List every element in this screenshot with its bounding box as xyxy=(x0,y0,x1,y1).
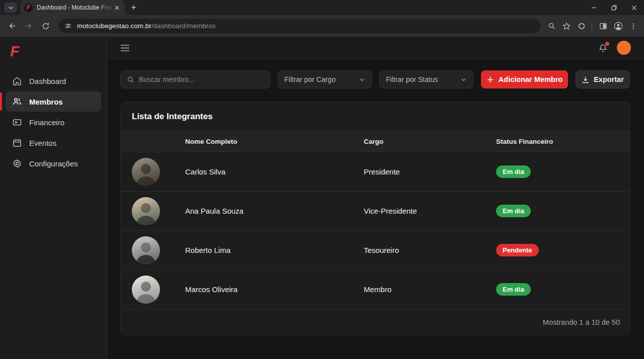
sidebar-item-label: Dashboard xyxy=(29,77,66,85)
browser-toolbar: motoclubegestao.com.br/dashboard/membros xyxy=(0,15,644,37)
export-label: Exportar xyxy=(594,75,624,83)
member-role: Membro xyxy=(364,285,496,294)
search-input[interactable] xyxy=(139,75,264,83)
app-logo: F xyxy=(0,37,107,60)
export-button[interactable]: Exportar xyxy=(576,70,630,88)
profile-icon xyxy=(614,22,623,31)
add-member-label: Adicionar Membro xyxy=(499,75,562,83)
member-avatar xyxy=(132,158,160,186)
member-name: Marcos Oliveira xyxy=(185,285,364,294)
filters-toolbar: Filtrar por Cargo Filtrar por Status Adi… xyxy=(120,70,630,88)
new-tab-button[interactable]: + xyxy=(131,2,136,13)
pagination-info: Mostrando 1 a 10 de 50 xyxy=(121,309,630,335)
app-header xyxy=(107,37,644,59)
browser-profile-button[interactable] xyxy=(611,19,625,33)
tab-title: Dashboard - Motoclube Freedom xyxy=(37,4,113,11)
window-minimize-button[interactable] xyxy=(584,0,604,15)
tab-close-icon[interactable]: ✕ xyxy=(113,4,121,12)
download-icon xyxy=(582,76,589,83)
site-settings-icon[interactable] xyxy=(64,22,72,30)
notifications-button[interactable] xyxy=(598,43,608,53)
status-badge: Em dia xyxy=(496,165,531,178)
sidebar-item-dashboard[interactable]: Dashboard xyxy=(0,71,107,91)
filter-status-label: Filtrar por Status xyxy=(386,75,438,83)
search-icon xyxy=(548,22,555,30)
forward-icon xyxy=(25,22,33,30)
member-avatar xyxy=(132,197,160,225)
three-dots-icon xyxy=(630,23,637,30)
tab-search-button[interactable] xyxy=(4,3,17,13)
table-row[interactable]: Carlos Silva Presidente Em dia xyxy=(121,152,630,191)
url-bar[interactable]: motoclubegestao.com.br/dashboard/membros xyxy=(58,19,540,33)
restore-icon xyxy=(611,5,617,11)
member-name: Carlos Silva xyxy=(185,167,364,176)
sidebar-item-eventos[interactable]: Eventos xyxy=(0,133,107,153)
status-badge: Em dia xyxy=(496,283,531,296)
sidebar: F Dashboard Membros xyxy=(0,37,107,359)
gear-icon xyxy=(12,158,22,168)
refresh-button[interactable] xyxy=(38,19,53,34)
extensions-puzzle-icon xyxy=(578,22,586,30)
column-header-status: Status Financeiro xyxy=(496,138,630,145)
sidebar-item-label: Membros xyxy=(29,98,63,106)
toolbar-right-icons xyxy=(543,19,640,33)
filter-cargo-label: Filtrar por Cargo xyxy=(284,75,336,83)
member-role: Vice-Presidente xyxy=(364,207,496,215)
sidebar-item-financeiro[interactable]: Financeiro xyxy=(0,112,107,132)
chevron-down-icon xyxy=(8,5,14,11)
member-role: Tesoureiro xyxy=(364,246,496,254)
member-search[interactable] xyxy=(120,70,270,88)
hamburger-menu-button[interactable] xyxy=(120,44,130,52)
extensions-button[interactable] xyxy=(575,19,589,33)
back-icon xyxy=(8,22,16,30)
hamburger-icon xyxy=(120,44,130,52)
search-tabs-button[interactable] xyxy=(544,19,558,33)
member-name: Roberto Lima xyxy=(185,246,364,254)
add-member-button[interactable]: Adicionar Membro xyxy=(481,70,568,88)
status-badge: Pendente xyxy=(496,244,539,256)
filter-status-select[interactable]: Filtrar por Status xyxy=(379,70,473,88)
column-header-name: Nome Completo xyxy=(185,138,364,145)
users-icon xyxy=(12,97,22,107)
plus-icon xyxy=(487,76,494,83)
toolbar-divider xyxy=(592,22,592,31)
calendar-icon xyxy=(12,138,22,148)
refresh-icon xyxy=(42,22,50,30)
table-row[interactable]: Ana Paula Souza Vice-Presidente Em dia xyxy=(121,191,630,230)
members-card: Lista de Integrantes Nome Completo Cargo… xyxy=(120,102,630,335)
side-panel-button[interactable] xyxy=(596,19,610,33)
forward-button[interactable] xyxy=(21,19,36,34)
sidebar-item-configuracoes[interactable]: Configurações xyxy=(0,153,107,173)
active-indicator xyxy=(0,93,2,111)
star-icon xyxy=(562,22,571,30)
table-row[interactable]: Marcos Oliveira Membro Em dia xyxy=(121,270,630,309)
browser-tab-strip: F Dashboard - Motoclube Freedom ✕ + xyxy=(0,0,644,15)
minimize-icon xyxy=(591,5,597,11)
sidebar-item-membros[interactable]: Membros xyxy=(6,92,101,112)
content-area: Filtrar por Cargo Filtrar por Status Adi… xyxy=(107,59,644,359)
notification-dot xyxy=(605,42,609,46)
browser-window: F Dashboard - Motoclube Freedom ✕ + xyxy=(0,0,644,359)
window-close-button[interactable] xyxy=(624,0,644,15)
table-row[interactable]: Roberto Lima Tesoureiro Pendente xyxy=(121,230,630,270)
wallet-icon xyxy=(12,117,22,127)
window-restore-button[interactable] xyxy=(604,0,624,15)
back-button[interactable] xyxy=(4,19,19,34)
url-path: /dashboard/membros xyxy=(151,22,216,30)
chevron-down-icon xyxy=(359,76,365,83)
browser-tab[interactable]: F Dashboard - Motoclube Freedom ✕ xyxy=(20,0,125,15)
member-name: Ana Paula Souza xyxy=(185,207,364,215)
member-avatar xyxy=(132,236,160,264)
site-favicon: F xyxy=(24,4,33,12)
home-icon xyxy=(12,76,22,86)
browser-menu-button[interactable] xyxy=(626,19,640,33)
user-avatar[interactable] xyxy=(617,41,631,55)
table-header-row: Nome Completo Cargo Status Financeiro xyxy=(121,131,630,152)
app-root: F Dashboard Membros xyxy=(0,37,644,359)
sidebar-nav: Dashboard Membros Financeiro xyxy=(0,71,107,173)
window-controls xyxy=(584,0,644,15)
sidebar-item-label: Financeiro xyxy=(29,118,64,127)
side-panel-icon xyxy=(599,22,607,30)
filter-cargo-select[interactable]: Filtrar por Cargo xyxy=(278,70,372,88)
bookmark-button[interactable] xyxy=(559,19,574,33)
